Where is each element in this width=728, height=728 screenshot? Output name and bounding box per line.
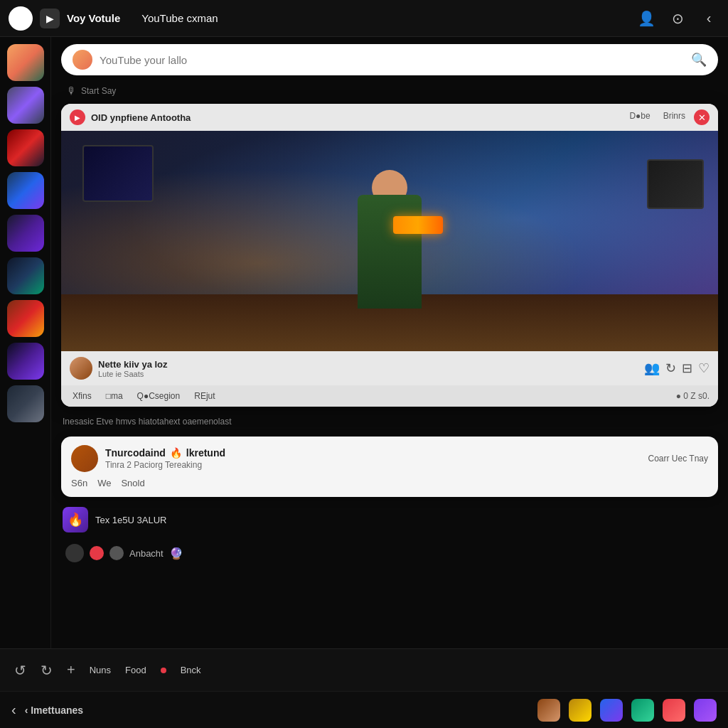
nav-icon1[interactable]: ↺ bbox=[14, 662, 26, 679]
video-card-title: OID ynpfiene Antootha bbox=[91, 112, 619, 123]
toolbar-avatar-5[interactable] bbox=[663, 699, 685, 722]
emoji-symbol: 🔮 bbox=[169, 547, 183, 560]
search-avatar bbox=[73, 50, 92, 70]
start-say-label: Start Say bbox=[81, 86, 116, 96]
trending-text: Inesasic Etve hmvs hiatotahext oaemenola… bbox=[61, 414, 718, 429]
video-thumbnail[interactable] bbox=[61, 131, 718, 351]
sidebar-item[interactable] bbox=[7, 44, 44, 81]
toolbar-avatar-2[interactable] bbox=[569, 699, 592, 722]
video-meta-title: Nette kiiv ya loz bbox=[98, 359, 638, 370]
toolbar-avatar-1[interactable] bbox=[537, 699, 560, 722]
footer-btn-ma[interactable]: □ma bbox=[103, 390, 126, 402]
emoji-label: Anbacht bbox=[129, 548, 164, 559]
toolbar-avatar-3[interactable] bbox=[600, 699, 623, 722]
video-card: ▶ OID ynpfiene Antootha D●be Brinrs ✕ bbox=[61, 104, 718, 407]
nav-dot bbox=[161, 668, 166, 673]
post-footer: S6n We Snold bbox=[71, 478, 708, 488]
video-card-header: ▶ OID ynpfiene Antootha D●be Brinrs ✕ bbox=[61, 104, 718, 131]
start-say: 🎙 Start Say bbox=[61, 85, 718, 97]
toolbar-avatar-4[interactable] bbox=[631, 699, 654, 722]
video-meta: Nette kiiv ya loz Lute ie Saats 👥 ↻ ⊟ ♡ bbox=[61, 351, 718, 385]
character-figure bbox=[358, 195, 422, 309]
monitor-left bbox=[82, 145, 154, 202]
youtube-icon: ▶ bbox=[70, 109, 85, 125]
video-card-actions: D●be Brinrs ✕ bbox=[625, 109, 710, 125]
toolbar-back-icon[interactable]: ‹ bbox=[11, 702, 16, 718]
sidebar-item[interactable] bbox=[7, 172, 44, 209]
sidebar-item[interactable] bbox=[7, 87, 44, 124]
content-area: 🔍 🎙 Start Say ▶ OID ynpfiene Antootha D●… bbox=[51, 37, 728, 648]
footer-btn-xfins[interactable]: Xfins bbox=[70, 390, 95, 402]
video-meta-actions: 👥 ↻ ⊟ ♡ bbox=[644, 360, 710, 376]
download-icon[interactable]: ⊟ bbox=[682, 360, 692, 376]
sidebar-item[interactable] bbox=[7, 385, 44, 422]
video-close-button[interactable]: ✕ bbox=[694, 109, 710, 125]
share-icon[interactable]: 👥 bbox=[644, 360, 660, 376]
post-card: Tnurcodaind 🔥 lkretund Tinra 2 Paciorg T… bbox=[61, 437, 718, 497]
nav-label-bnck[interactable]: Bnck bbox=[181, 665, 201, 675]
search-input[interactable] bbox=[100, 54, 684, 66]
profile-icon[interactable]: 👤 bbox=[636, 8, 657, 29]
post-avatar bbox=[71, 445, 98, 472]
toolbar-right-avatars bbox=[537, 699, 717, 722]
refresh-icon[interactable]: ↻ bbox=[665, 360, 676, 376]
sidebar-item[interactable] bbox=[7, 257, 44, 294]
post-subtitle: Tinra 2 Paciorg Tereaking bbox=[105, 460, 225, 470]
top-bar: ▶ Voy Votule YouTube cxman 👤 ⊙ ‹ bbox=[0, 0, 728, 37]
post-badge: 🔥 bbox=[170, 447, 182, 459]
figure-weapon bbox=[393, 216, 443, 234]
monitor-right bbox=[647, 159, 704, 209]
record-icon[interactable]: ⊙ bbox=[667, 8, 688, 29]
video-meta-avatar bbox=[70, 357, 92, 380]
sidebar-item[interactable] bbox=[7, 300, 44, 337]
view-count: ● 0 Z s0. bbox=[676, 391, 710, 401]
top-bar-left: ▶ Voy Votule YouTube cxman bbox=[9, 6, 628, 31]
figure-body bbox=[358, 195, 422, 309]
bottom-toolbar: ‹ ‹ Imettuanes bbox=[0, 691, 728, 728]
user-avatar[interactable] bbox=[9, 6, 33, 31]
sidebar-item[interactable] bbox=[7, 129, 44, 166]
post-footer-btn1[interactable]: S6n bbox=[71, 478, 87, 488]
footer-btn-rejut[interactable]: REjut bbox=[191, 390, 218, 402]
like-icon[interactable]: ♡ bbox=[698, 360, 710, 376]
notif-icon: 🔥 bbox=[63, 507, 88, 532]
toolbar-avatar-6[interactable] bbox=[694, 699, 717, 722]
emoji-avatar bbox=[65, 544, 84, 562]
post-action-right[interactable]: Coarr Uec Tnay bbox=[648, 454, 708, 464]
post-footer-btn3[interactable]: Snold bbox=[121, 478, 144, 488]
toolbar-title[interactable]: ‹ Imettuanes bbox=[25, 705, 83, 716]
sidebar-item[interactable] bbox=[7, 343, 44, 380]
search-bar[interactable]: 🔍 bbox=[61, 44, 718, 75]
main-layout: 🔍 🎙 Start Say ▶ OID ynpfiene Antootha D●… bbox=[0, 37, 728, 648]
video-action-brinrs[interactable]: Brinrs bbox=[659, 109, 690, 125]
video-action-dobe[interactable]: D●be bbox=[625, 109, 654, 125]
post-info: Tnurcodaind 🔥 lkretund Tinra 2 Paciorg T… bbox=[105, 447, 225, 470]
emoji-row: Anbacht 🔮 bbox=[61, 542, 718, 564]
top-bar-right: 👤 ⊙ ‹ bbox=[636, 8, 719, 29]
app-icon[interactable]: ▶ bbox=[40, 9, 60, 28]
video-footer-right: ● 0 Z s0. bbox=[676, 391, 710, 401]
sidebar-item[interactable] bbox=[7, 215, 44, 252]
back-icon[interactable]: ‹ bbox=[698, 8, 719, 29]
notif-row: 🔥 Tex 1e5U 3ALUR bbox=[61, 504, 718, 535]
post-footer-btn2[interactable]: We bbox=[97, 478, 111, 488]
video-footer: Xfins □ma Q●Csegion REjut ● 0 Z s0. bbox=[61, 385, 718, 407]
nav-label-food[interactable]: Food bbox=[125, 665, 146, 675]
app-title: Voy Votule bbox=[67, 12, 120, 24]
video-meta-info: Nette kiiv ya loz Lute ie Saats bbox=[98, 359, 638, 378]
post-title: Tnurcodaind 🔥 lkretund bbox=[105, 447, 225, 459]
emoji-circle-gray bbox=[109, 546, 124, 560]
mic-icon: 🎙 bbox=[67, 85, 77, 97]
emoji-circle-red bbox=[90, 546, 104, 560]
footer-btn-csegion[interactable]: Q●Csegion bbox=[134, 390, 183, 402]
bottom-nav: ↺ ↻ + Nuns Food Bnck bbox=[0, 648, 728, 691]
notif-text: Tex 1e5U 3ALUR bbox=[95, 515, 166, 525]
nav-icon2[interactable]: ↻ bbox=[41, 662, 53, 679]
app-subtitle: YouTube cxman bbox=[141, 12, 218, 24]
post-header: Tnurcodaind 🔥 lkretund Tinra 2 Paciorg T… bbox=[71, 445, 708, 472]
search-icon[interactable]: 🔍 bbox=[691, 52, 707, 68]
sidebar bbox=[0, 37, 51, 648]
video-meta-sub: Lute ie Saats bbox=[98, 370, 638, 378]
nav-label-nuns[interactable]: Nuns bbox=[90, 665, 111, 675]
nav-icon3[interactable]: + bbox=[67, 662, 75, 678]
